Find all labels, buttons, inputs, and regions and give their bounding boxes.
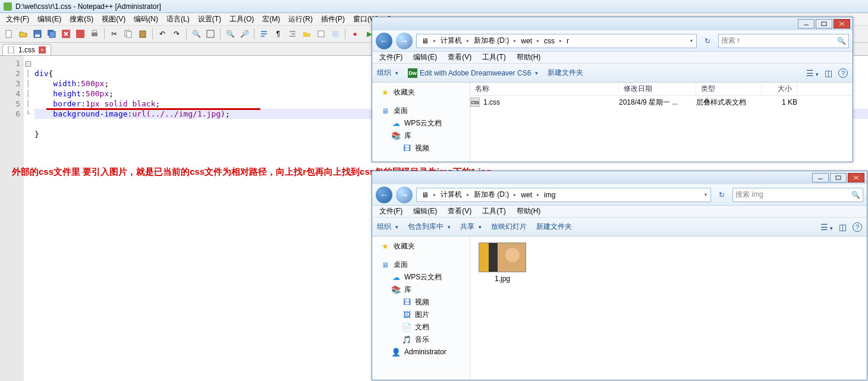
exp2-tree[interactable]: ★收藏夹 🖥桌面 ☁WPS云文档 📚库 🎞视频 🖼图片 📄文档 🎵音乐 👤Adm… [372,237,470,380]
menu-file[interactable]: 文件(F) [377,52,405,63]
tb-copy-icon[interactable] [122,27,135,40]
menu-macro[interactable]: 宏(M) [259,13,284,26]
menu-file[interactable]: 文件(F) [377,206,405,217]
menu-edit[interactable]: 编辑(E) [411,206,439,217]
crumb-seg[interactable]: img [542,191,558,199]
tree-desktop[interactable]: 🖥桌面 [375,259,467,271]
organize-button[interactable]: 组织 [377,68,398,78]
tree-admin[interactable]: 👤Administrator [375,346,467,358]
tb-zoomin-icon[interactable]: 🔍 [224,27,237,40]
share-button[interactable]: 共享 [460,222,482,232]
tb-saveall-icon[interactable] [45,27,58,40]
tb-find-icon[interactable]: 🔍 [190,27,203,40]
close-button[interactable] [834,19,850,29]
tree-favorites[interactable]: ★收藏夹 [375,86,467,99]
tb-close-icon[interactable] [59,27,73,40]
tb-undo-icon[interactable]: ↶ [156,27,169,40]
crumb-seg[interactable]: wet [518,191,534,199]
tb-cut-icon[interactable]: ✂ [108,27,121,40]
menu-view[interactable]: 查看(V) [445,52,474,63]
tb-replace-icon[interactable] [204,27,217,40]
exp1-list[interactable]: 名称 修改日期 类型 大小 css1.css 2018/4/9 星期一 ... … [470,83,853,162]
forward-button[interactable]: → [396,33,413,49]
menu-edit[interactable]: 编辑(E) [34,13,65,26]
tree-documents[interactable]: 📄文档 [375,321,467,333]
crumb-seg[interactable]: wet [518,37,534,45]
menu-edit[interactable]: 编辑(E) [411,52,439,63]
tree-video[interactable]: 🎞视频 [375,296,467,308]
crumb-computer-icon[interactable]: 🖥 [419,37,431,45]
file-row[interactable]: css1.css 2018/4/9 星期一 ... 层叠样式表文档 1 KB [470,96,853,109]
tb-funclist-icon[interactable] [315,27,328,40]
col-size[interactable]: 大小 [762,84,797,94]
menu-run[interactable]: 运行(R) [285,13,316,26]
fold-toggle-icon[interactable]: − [26,61,31,67]
tb-paste-icon[interactable] [136,27,149,40]
menu-tools[interactable]: 工具(T) [480,52,508,63]
crumb-seg[interactable]: 新加卷 (D:) [471,36,511,46]
breadcrumb[interactable]: 🖥▸ 计算机▸ 新加卷 (D:)▸ wet▸ css▸ r ▾ [416,34,697,48]
back-button[interactable]: ← [376,33,392,49]
exp2-list[interactable]: 1.jpg [470,237,867,380]
menu-tools[interactable]: 工具(T) [480,206,508,217]
crumb-history-icon[interactable]: ▾ [703,192,708,197]
tree-music[interactable]: 🎵音乐 [375,333,467,346]
view-mode-button[interactable]: ☰ [806,68,819,78]
crumb-seg[interactable]: 计算机 [438,190,464,200]
crumb-seg[interactable]: r [564,37,571,45]
dreamweaver-button[interactable]: DwEdit with Adobe Dreamweaver CS6 [408,68,538,78]
organize-button[interactable]: 组织 [377,222,398,232]
forward-button[interactable]: → [396,187,413,203]
refresh-button[interactable]: ↻ [715,188,729,202]
minimize-button[interactable] [798,19,814,29]
menu-tools[interactable]: 工具(O) [226,13,257,26]
tb-new-icon[interactable] [2,27,15,40]
new-folder-button[interactable]: 新建文件夹 [536,222,572,232]
editor-tab[interactable]: 1.css × [2,44,51,55]
menu-help[interactable]: 帮助(H) [514,52,543,63]
menu-settings[interactable]: 设置(T) [194,13,225,26]
view-mode-button[interactable]: ☰ [820,222,833,232]
maximize-button[interactable] [816,19,832,29]
tb-map-icon[interactable] [329,27,342,40]
file-item[interactable]: 1.jpg [476,243,529,283]
new-folder-button[interactable]: 新建文件夹 [548,68,583,78]
maximize-button[interactable] [830,173,847,182]
back-button[interactable]: ← [376,187,392,203]
tree-pictures[interactable]: 🖼图片 [375,308,467,321]
tb-open-icon[interactable] [17,27,30,40]
menu-help[interactable]: 帮助(H) [514,206,543,217]
tb-record-icon[interactable]: ● [348,27,361,40]
tab-close-icon[interactable]: × [39,46,46,53]
menu-view[interactable]: 视图(V) [98,13,129,26]
tb-invisible-icon[interactable]: ¶ [272,27,285,40]
col-type[interactable]: 类型 [696,84,762,94]
crumb-history-icon[interactable]: ▾ [689,38,694,43]
menu-plugins[interactable]: 插件(P) [317,13,348,26]
tree-favorites[interactable]: ★收藏夹 [375,240,467,253]
col-date[interactable]: 修改日期 [619,84,696,94]
tb-redo-icon[interactable]: ↷ [170,27,183,40]
crumb-seg[interactable]: 新加卷 (D:) [471,190,511,200]
preview-pane-button[interactable]: ◫ [825,68,832,78]
refresh-button[interactable]: ↻ [700,34,715,48]
search-input[interactable]: 搜索 r 🔍 [718,34,849,48]
col-name[interactable]: 名称 [470,84,619,94]
tree-lib[interactable]: 📚库 [375,130,467,142]
include-lib-button[interactable]: 包含到库中 [408,222,451,232]
close-button[interactable] [848,173,864,182]
exp1-tree[interactable]: ★收藏夹 🖥桌面 ☁WPS云文档 📚库 🎞视频 [372,83,470,162]
search-input[interactable]: 搜索 img 🔍 [732,188,863,202]
menu-view[interactable]: 查看(V) [445,206,474,217]
help-button[interactable]: ? [838,68,848,78]
crumb-computer-icon[interactable]: 🖥 [419,191,431,199]
tree-wps[interactable]: ☁WPS云文档 [375,117,467,130]
menu-language[interactable]: 语言(L) [163,13,193,26]
minimize-button[interactable] [812,173,829,182]
tb-indent-icon[interactable] [286,27,299,40]
preview-pane-button[interactable]: ◫ [839,222,847,232]
crumb-seg[interactable]: css [542,37,557,45]
tree-wps[interactable]: ☁WPS云文档 [375,271,467,284]
tb-save-icon[interactable] [31,27,44,40]
tree-lib[interactable]: 📚库 [375,284,467,296]
